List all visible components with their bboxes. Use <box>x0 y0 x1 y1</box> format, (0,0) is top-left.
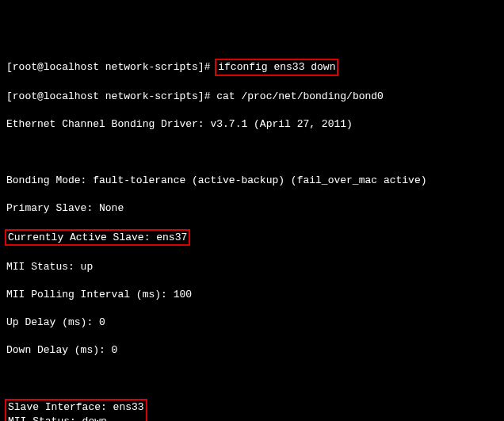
mii-poll: MII Polling Interval (ms): 100 <box>6 288 498 302</box>
prompt-line-1[interactable]: [root@localhost network-scripts]# ifconf… <box>6 59 498 76</box>
cmd-cat: cat /proc/net/bonding/bond0 <box>216 90 384 102</box>
down-delay: Down Delay (ms): 0 <box>6 343 498 358</box>
primary-slave: Primary Slave: None <box>6 201 498 216</box>
blank <box>6 371 498 385</box>
bonding-mode: Bonding Mode: fault-tolerance (active-ba… <box>6 174 498 188</box>
driver-line: Ethernet Channel Bonding Driver: v3.7.1 … <box>6 117 498 132</box>
highlight-active-slave: Currently Active Slave: ens37 <box>6 229 498 247</box>
blank <box>6 145 498 159</box>
highlight-slave33: Slave Interface: ens33 MII Status: down … <box>6 399 498 421</box>
highlight-cmd-ifconfig: ifconfig ens33 down <box>215 59 338 76</box>
up-delay: Up Delay (ms): 0 <box>6 316 498 330</box>
prompt: [root@localhost network-scripts]# <box>6 90 216 102</box>
prompt: [root@localhost network-scripts]# <box>6 61 216 73</box>
prompt-line-2[interactable]: [root@localhost network-scripts]# cat /p… <box>6 90 498 104</box>
mii-status: MII Status: up <box>6 260 498 274</box>
